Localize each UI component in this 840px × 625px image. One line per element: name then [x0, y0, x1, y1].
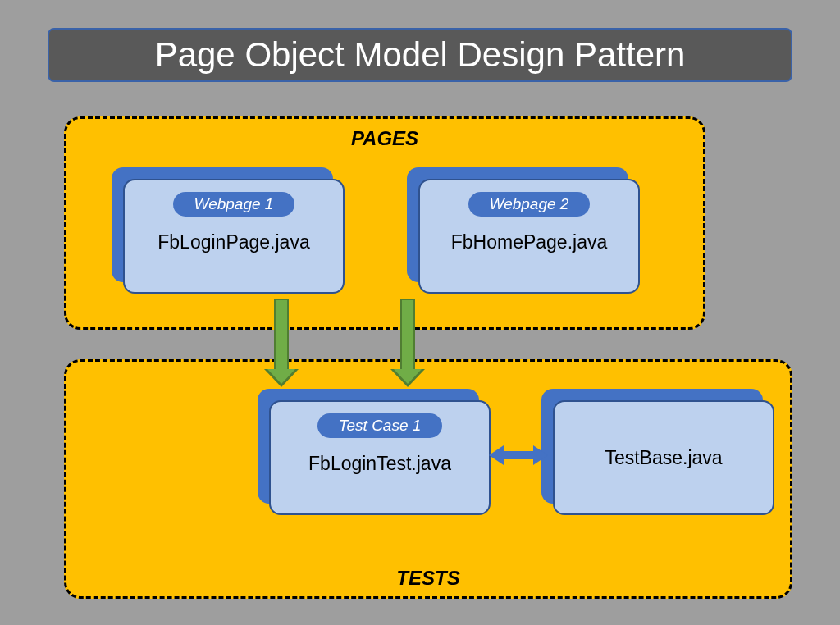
title-bar: Page Object Model Design Pattern — [48, 28, 792, 82]
page-title: Page Object Model Design Pattern — [155, 35, 686, 75]
card-text-webpage2: FbHomePage.java — [451, 231, 608, 253]
card-text-webpage1: FbLoginPage.java — [158, 231, 309, 253]
arrow-down-icon — [399, 299, 417, 389]
card-text-testcase1: FbLoginTest.java — [308, 453, 451, 475]
tests-label: TESTS — [396, 567, 459, 590]
card-front: Webpage 1 FbLoginPage.java — [123, 179, 345, 294]
card-text-testbase: TestBase.java — [605, 447, 722, 469]
pill-webpage2: Webpage 2 — [468, 192, 591, 217]
card-testcase1: Test Case 1 FbLoginTest.java — [269, 400, 491, 515]
arrow-down-icon — [272, 299, 290, 389]
bidirectional-arrow-icon — [489, 445, 548, 465]
pill-webpage1: Webpage 1 — [173, 192, 295, 217]
card-webpage1: Webpage 1 FbLoginPage.java — [123, 179, 345, 294]
pages-label: PAGES — [351, 127, 418, 150]
card-webpage2: Webpage 2 FbHomePage.java — [418, 179, 640, 294]
card-front: Webpage 2 FbHomePage.java — [418, 179, 640, 294]
card-testbase: TestBase.java — [553, 400, 774, 515]
pill-testcase1: Test Case 1 — [317, 413, 443, 438]
card-front: TestBase.java — [553, 400, 774, 515]
card-front: Test Case 1 FbLoginTest.java — [269, 400, 491, 515]
